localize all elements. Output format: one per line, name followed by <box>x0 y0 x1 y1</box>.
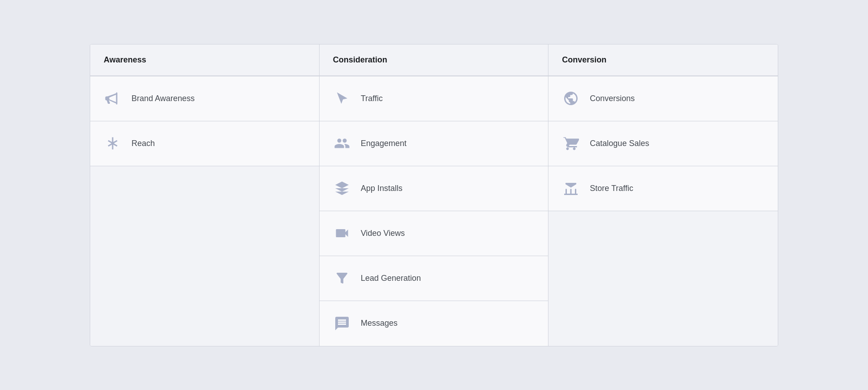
conversion-empty <box>548 211 778 346</box>
brand-awareness-item[interactable]: Brand Awareness <box>90 76 319 121</box>
megaphone-icon <box>104 89 122 107</box>
campaign-objective-table: Awareness Consideration Conversion Brand… <box>90 44 778 346</box>
messages-item[interactable]: Messages <box>320 301 548 346</box>
body-grid: Brand Awareness Reach <box>90 76 778 346</box>
conversion-col: Conversions Catalogue Sales Store Tr <box>548 76 778 346</box>
store-icon <box>562 179 580 197</box>
brand-awareness-label: Brand Awareness <box>132 94 195 103</box>
catalogue-sales-item[interactable]: Catalogue Sales <box>548 121 778 166</box>
conversion-header: Conversion <box>548 44 778 76</box>
engagement-item[interactable]: Engagement <box>320 121 548 166</box>
engagement-label: Engagement <box>361 139 407 148</box>
people-icon <box>333 134 351 152</box>
cart-icon <box>562 134 580 152</box>
asterisk-icon <box>104 134 122 152</box>
video-icon <box>333 224 351 242</box>
conversions-item[interactable]: Conversions <box>548 76 778 121</box>
traffic-item[interactable]: Traffic <box>320 76 548 121</box>
lead-generation-item[interactable]: Lead Generation <box>320 256 548 301</box>
video-views-item[interactable]: Video Views <box>320 211 548 256</box>
consideration-header: Consideration <box>320 44 549 76</box>
video-views-label: Video Views <box>361 229 405 238</box>
consideration-col: Traffic Engagement App Installs <box>320 76 549 346</box>
app-installs-label: App Installs <box>361 184 403 193</box>
lead-generation-label: Lead Generation <box>361 274 421 283</box>
filter-icon <box>333 269 351 287</box>
chat-icon <box>333 315 351 332</box>
globe-icon <box>562 89 580 107</box>
awareness-header: Awareness <box>90 44 320 76</box>
awareness-col: Brand Awareness Reach <box>90 76 320 346</box>
traffic-label: Traffic <box>361 94 383 103</box>
cursor-icon <box>333 89 351 107</box>
box-icon <box>333 179 351 197</box>
header-row: Awareness Consideration Conversion <box>90 44 778 76</box>
reach-label: Reach <box>132 139 155 148</box>
reach-item[interactable]: Reach <box>90 121 319 166</box>
store-traffic-label: Store Traffic <box>590 184 633 193</box>
store-traffic-item[interactable]: Store Traffic <box>548 166 778 211</box>
messages-label: Messages <box>361 319 398 328</box>
awareness-empty <box>90 166 319 346</box>
conversions-label: Conversions <box>590 94 635 103</box>
app-installs-item[interactable]: App Installs <box>320 166 548 211</box>
catalogue-sales-label: Catalogue Sales <box>590 139 649 148</box>
